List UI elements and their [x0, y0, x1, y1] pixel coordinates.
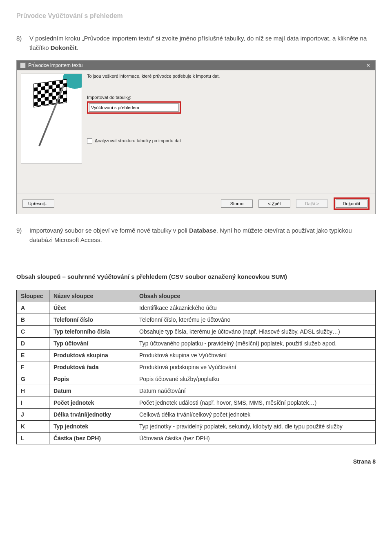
col-name: Částka (bez DPH) [49, 433, 135, 444]
col-letter: J [17, 409, 49, 421]
col-letter: D [17, 338, 49, 350]
col-letter: G [17, 373, 49, 385]
cancel-button[interactable]: Storno [221, 200, 253, 208]
table-row: BTelefonní čísloTelefonní číslo, kterému… [17, 314, 376, 326]
th-obsah: Obsah sloupce [135, 290, 376, 302]
col-name: Telefonní číslo [49, 314, 135, 326]
col-name: Typ jednotek [49, 421, 135, 433]
col-name: Produktová skupina [49, 350, 135, 361]
step-text-b: . [77, 44, 78, 51]
close-icon[interactable]: ✕ [365, 62, 372, 69]
page-title: Průvodce Vyúčtování s přehledem [16, 12, 376, 20]
table-row: JDélka trvání/jednotkyCelková délka trvá… [17, 409, 376, 421]
col-letter: A [17, 302, 49, 314]
section-heading: Obsah sloupců – souhrnné Vyúčtování s př… [16, 273, 376, 280]
col-letter: I [17, 397, 49, 409]
import-table-highlight [87, 101, 181, 114]
step-8: 8) V posledním kroku „Průvodce importem … [16, 34, 376, 53]
app-icon [20, 63, 26, 68]
step-text-bold: Dokončit [51, 44, 77, 51]
col-letter: L [17, 433, 49, 444]
step-text-bold: Database [189, 227, 216, 234]
col-desc: Produktová skupina ve Vyúčtování [135, 350, 376, 361]
table-row: EProduktová skupinaProduktová skupina ve… [17, 350, 376, 361]
table-row: GPopisPopis účtované služby/poplatku [17, 373, 376, 385]
col-desc: Telefonní číslo, kterému je účtováno [135, 314, 376, 326]
col-desc: Účtovaná částka (bez DPH) [135, 433, 376, 444]
import-table-input[interactable] [89, 103, 179, 112]
th-sloupec: Sloupec [17, 290, 49, 302]
col-desc: Počet jednotek události (např. hovor, SM… [135, 397, 376, 409]
col-letter: H [17, 385, 49, 397]
col-letter: K [17, 421, 49, 433]
finish-highlight: Dokončit [334, 197, 370, 210]
col-desc: Typ účtovaného poplatku - pravidelný (mě… [135, 338, 376, 350]
step-number: 9) [16, 226, 29, 245]
col-name: Typ telefonního čísla [49, 326, 135, 338]
col-letter: B [17, 314, 49, 326]
col-name: Počet jednotek [49, 397, 135, 409]
table-row: IPočet jednotekPočet jednotek události (… [17, 397, 376, 409]
col-letter: C [17, 326, 49, 338]
col-desc: Typ jednotky - pravidelný poplatek, seku… [135, 421, 376, 433]
back-button[interactable]: < Zpět [258, 200, 290, 208]
col-letter: F [17, 361, 49, 373]
col-desc: Celková délka trvání/celkový počet jedno… [135, 409, 376, 421]
col-name: Datum [49, 385, 135, 397]
table-row: CTyp telefonního číslaObsahuje typ čísla… [17, 326, 376, 338]
wizard-window: Průvodce importem textu ✕ To jsou vešker… [16, 60, 376, 214]
finish-button[interactable]: Dokončit [336, 200, 368, 208]
table-row: FProduktová řadaProduktová podskupina ve… [17, 361, 376, 373]
col-letter: E [17, 350, 49, 361]
wizard-titlebar: Průvodce importem textu ✕ [17, 61, 375, 70]
step-text-a: Importovaný soubor se objeví ve formě no… [29, 227, 189, 234]
wizard-button-row: Upřesnit... Storno < Zpět Další > Dokonč… [17, 193, 375, 214]
th-nazev: Název sloupce [49, 290, 135, 302]
table-row: DTyp účtováníTyp účtovaného poplatku - p… [17, 338, 376, 350]
table-row: HDatumDatum naúčtování [17, 385, 376, 397]
col-name: Délka trvání/jednotky [49, 409, 135, 421]
col-name: Účet [49, 302, 135, 314]
table-row: KTyp jednotekTyp jednotky - pravidelný p… [17, 421, 376, 433]
col-desc: Datum naúčtování [135, 385, 376, 397]
wizard-title: Průvodce importem textu [28, 63, 82, 68]
analyze-label: Analyzovat strukturu tabulky po importu … [95, 138, 181, 143]
wizard-info-text: To jsou veškeré informace, které průvodc… [87, 74, 371, 78]
step-text: V posledním kroku „Průvodce importem tex… [29, 34, 376, 53]
table-row: LČástka (bez DPH)Účtovaná částka (bez DP… [17, 433, 376, 444]
wizard-illustration [21, 74, 82, 164]
step-text-a: V posledním kroku „Průvodce importem tex… [29, 35, 367, 51]
col-desc: Produktová podskupina ve Vyúčtování [135, 361, 376, 373]
analyze-checkbox[interactable] [87, 138, 92, 143]
col-name: Popis [49, 373, 135, 385]
table-row: AÚčetIdentifikace zákaznického účtu [17, 302, 376, 314]
page-footer: Strana 8 [16, 458, 376, 465]
advanced-button[interactable]: Upřesnit... [22, 200, 54, 208]
import-to-label: Importovat do tabulky: [87, 95, 371, 100]
col-desc: Popis účtované služby/poplatku [135, 373, 376, 385]
step-text: Importovaný soubor se objeví ve formě no… [29, 226, 376, 245]
step-9: 9) Importovaný soubor se objeví ve formě… [16, 226, 376, 245]
col-desc: Identifikace zákaznického účtu [135, 302, 376, 314]
step-number: 8) [16, 34, 29, 53]
col-name: Typ účtování [49, 338, 135, 350]
col-name: Produktová řada [49, 361, 135, 373]
columns-table: Sloupec Název sloupce Obsah sloupce AÚče… [16, 290, 376, 444]
col-desc: Obsahuje typ čísla, kterému je účtováno … [135, 326, 376, 338]
next-button: Další > [296, 200, 328, 208]
